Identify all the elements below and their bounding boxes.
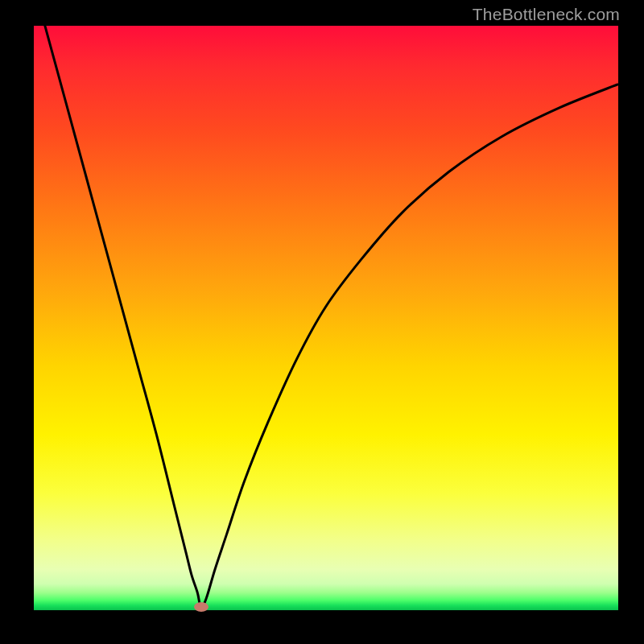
watermark-text: TheBottleneck.com (473, 5, 620, 24)
minimum-point-marker (194, 602, 208, 612)
plot-area (34, 26, 618, 610)
bottleneck-curve (34, 26, 618, 608)
chart-frame: TheBottleneck.com (0, 0, 644, 644)
curve-layer (34, 26, 618, 610)
